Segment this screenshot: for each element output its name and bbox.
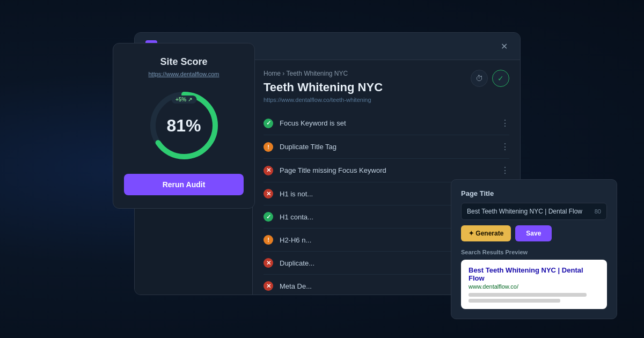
- score-card-title: Site Score: [124, 56, 244, 68]
- audit-icon-success: ✓: [264, 119, 273, 128]
- char-count: 80: [589, 208, 606, 215]
- editor-actions: ✦ Generate Save: [461, 225, 607, 241]
- audit-text: Focus Keyword is set: [280, 119, 494, 127]
- score-number: 81%: [166, 116, 201, 136]
- check-icon-button[interactable]: ✓: [492, 70, 509, 87]
- breadcrumb: Home › Teeth Whitening NYC: [264, 70, 383, 77]
- preview-line: [469, 293, 587, 297]
- audit-menu-button[interactable]: ⋮: [501, 165, 509, 175]
- audit-icon-error: ✕: [264, 258, 273, 268]
- rerun-audit-button[interactable]: Rerun Audit: [124, 174, 244, 195]
- editor-label: Page Title: [461, 189, 607, 197]
- audit-text: Page Title missing Focus Keyword: [280, 166, 494, 174]
- audit-icon-success: ✓: [264, 212, 273, 222]
- audit-icon-warning: !: [264, 235, 273, 245]
- editor-popup: Page Title 80 ✦ Generate Save Search Res…: [451, 179, 617, 319]
- audit-menu-button[interactable]: ⋮: [501, 142, 509, 152]
- audit-item: ✓ Focus Keyword is set ⋮: [264, 112, 509, 135]
- preview-site: www.dentalflow.co/: [469, 283, 599, 290]
- audit-menu-button[interactable]: ⋮: [501, 118, 509, 128]
- editor-input-wrap: 80: [461, 203, 607, 220]
- search-preview: Best Teeth Whitening NYC | Dental Flow w…: [461, 260, 607, 309]
- audit-icon-warning: !: [264, 142, 273, 152]
- score-card: Site Score https://www.dentalflow.com +5…: [113, 43, 255, 209]
- action-buttons: ⏱ ✓: [471, 70, 509, 87]
- audit-icon-error: ✕: [264, 189, 273, 199]
- score-badge: +5% ↗: [171, 95, 196, 104]
- audit-icon-error: ✕: [264, 281, 273, 291]
- page-title-input[interactable]: [462, 203, 589, 219]
- page-title-main: Teeth Whitening NYC: [264, 80, 383, 94]
- preview-lines: [469, 293, 599, 303]
- audit-text: Duplicate Title Tag: [280, 143, 494, 151]
- preview-label: Search Results Preview: [461, 249, 607, 255]
- close-button[interactable]: ✕: [499, 41, 509, 52]
- page-url: https://www.dentalflow.co/teeth-whitenin…: [264, 97, 383, 103]
- generate-button[interactable]: ✦ Generate: [461, 225, 511, 241]
- audit-item: ! Duplicate Title Tag ⋮: [264, 135, 509, 159]
- save-button[interactable]: Save: [515, 225, 552, 241]
- history-icon-button[interactable]: ⏱: [471, 70, 488, 87]
- audit-icon-error: ✕: [264, 166, 273, 175]
- score-circle: +5% ↗ 81%: [147, 88, 222, 163]
- score-card-url[interactable]: https://www.dentalflow.com: [124, 71, 244, 77]
- preview-line: [469, 299, 560, 303]
- preview-title: Best Teeth Whitening NYC | Dental Flow: [469, 266, 599, 282]
